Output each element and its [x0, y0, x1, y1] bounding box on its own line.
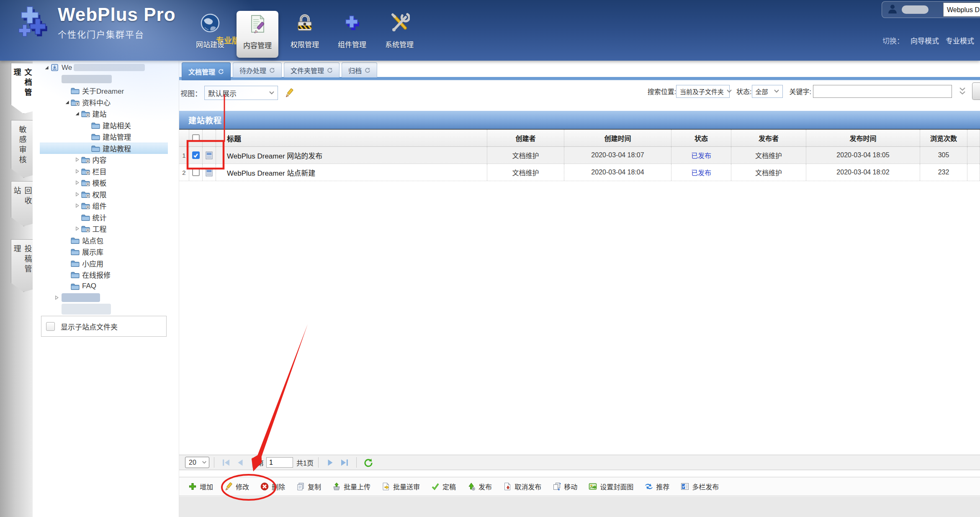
tab-refresh-icon[interactable] — [269, 67, 275, 73]
toolbar-button-取消发布[interactable]: 取消发布 — [503, 481, 541, 491]
tree-node-redacted[interactable] — [53, 292, 100, 303]
select-all-checkbox[interactable] — [192, 134, 200, 142]
document-title[interactable]: WebPlus Dreamer 站点新建 — [216, 164, 487, 181]
tree-collapsed-icon[interactable] — [74, 191, 81, 197]
keyword-input[interactable] — [813, 85, 952, 98]
toolbar-button-移动[interactable]: 移动 — [553, 481, 577, 491]
nav-item-globe[interactable]: 网站建设 — [189, 0, 231, 61]
toolbar-button-增加[interactable]: 增加 — [188, 481, 213, 491]
edit-view-pencil-icon[interactable] — [285, 88, 294, 97]
toolbar-button-批量送审[interactable]: 批量送审 — [382, 481, 420, 491]
tab-refresh-icon[interactable] — [365, 67, 370, 73]
tree-node-资料中心[interactable]: 资料中心 — [63, 97, 111, 108]
toolbar-button-删除[interactable]: 删除 — [260, 481, 285, 491]
tree-collapsed-icon[interactable] — [74, 203, 81, 209]
search-button-partial[interactable] — [972, 82, 980, 100]
first-page-button[interactable] — [221, 458, 231, 467]
tree-spacer — [84, 122, 91, 128]
page-label: 第 — [257, 458, 264, 468]
tab-文件夹管理[interactable]: 文件夹管理 — [284, 62, 340, 77]
tree-node-站点包[interactable]: 站点包 — [63, 235, 103, 246]
tree-node-建站相关[interactable]: 建站相关 — [84, 120, 131, 131]
tree-node-内容[interactable]: 内容 — [74, 154, 107, 165]
pagination-bar: 20 第 共1页 — [179, 455, 980, 470]
tree-expanded-icon[interactable] — [63, 99, 71, 105]
tree-node-建站[interactable]: 建站 — [74, 108, 107, 119]
row-status[interactable]: 已发布 — [671, 164, 731, 181]
toolbar-button-发布[interactable]: 发布 — [467, 481, 492, 491]
tree-expanded-icon[interactable] — [74, 111, 81, 117]
tab-refresh-icon[interactable] — [327, 67, 333, 73]
toolbar-button-定稿[interactable]: 定稿 — [431, 481, 456, 491]
tree-node-统计[interactable]: 统计 — [74, 212, 107, 223]
tree-collapsed-icon[interactable] — [74, 168, 81, 174]
table-row: 1WebPlus Dreamer 网站的发布文档维护2020-03-04 18:… — [179, 147, 980, 164]
tab-待办处理[interactable]: 待办处理 — [233, 62, 282, 77]
toolbar-button-设置封面图[interactable]: 设置封面图 — [589, 481, 633, 491]
folder-icon — [71, 283, 80, 290]
table-title: 建站教程 — [188, 114, 222, 125]
mode-professional[interactable]: 专业模式 — [946, 37, 974, 45]
tree-node-建站管理[interactable]: 建站管理 — [84, 131, 131, 142]
row-view-count: 232 — [920, 164, 967, 181]
tree-node-在线报修[interactable]: 在线报修 — [63, 269, 111, 280]
row-number-cell: 2 — [179, 164, 189, 181]
nav-item-lock[interactable]: 权限管理 — [284, 0, 326, 61]
folder-plus-icon — [81, 191, 90, 198]
tree-collapsed-icon[interactable] — [74, 180, 81, 186]
tab-refresh-icon[interactable] — [218, 69, 224, 74]
tree-expanded-icon[interactable] — [43, 65, 50, 71]
toolbar-button-批量上传[interactable]: 批量上传 — [332, 481, 370, 491]
module-tab-1[interactable]: 文档管理 — [11, 63, 33, 114]
tree-node-模板[interactable]: 模板 — [74, 177, 107, 188]
document-title[interactable]: WebPlus Dreamer 网站的发布 — [216, 147, 487, 164]
page-size-select[interactable]: 20 — [185, 457, 209, 468]
tree-node-建站教程[interactable]: 建站教程 — [84, 143, 131, 154]
tree-collapsed-icon[interactable] — [53, 295, 61, 301]
tree-node-redacted[interactable] — [53, 74, 112, 85]
row-status[interactable]: 已发布 — [671, 147, 731, 164]
prev-page-button[interactable] — [236, 458, 245, 467]
module-tab-3[interactable]: 回收站 — [11, 181, 33, 226]
row-checkbox[interactable] — [192, 151, 200, 159]
tree-node-组件[interactable]: 组件 — [74, 200, 107, 211]
tab-归档[interactable]: 归档 — [342, 62, 377, 77]
toolbar-button-复制[interactable]: 复制 — [296, 481, 321, 491]
nav-item-component[interactable]: 组件管理 — [331, 0, 373, 61]
tree-node-栏目[interactable]: 栏目 — [74, 166, 107, 177]
page-number-input[interactable] — [266, 457, 293, 468]
next-page-button[interactable] — [326, 458, 335, 467]
tree-spacer — [84, 134, 91, 140]
app-logo: WebPlus Pro 个性化门户集群平台 — [15, 3, 176, 43]
tree-collapsed-icon[interactable] — [74, 226, 81, 232]
tree-node-工程[interactable]: 工程 — [74, 223, 107, 234]
column-header-创建时间: 创建时间 — [564, 130, 671, 146]
nav-item-doc-edit[interactable]: 内容管理 — [237, 11, 278, 58]
expand-search-double-chevron-icon[interactable] — [957, 86, 968, 96]
status-filter-select[interactable]: 全部 — [752, 85, 783, 98]
tree-node-展示库[interactable]: 展示库 — [63, 246, 103, 257]
tab-文档管理[interactable]: 文档管理 — [182, 62, 231, 80]
tree-node-权限[interactable]: 权限 — [74, 189, 107, 200]
module-tab-4[interactable]: 投稿管理 — [11, 239, 33, 292]
last-page-button[interactable] — [340, 458, 349, 467]
row-checkbox[interactable] — [192, 169, 200, 176]
toolbar-button-修改[interactable]: 修改 — [224, 481, 249, 491]
search-location-select[interactable]: 当前及子文件夹 — [676, 85, 730, 98]
tree-node-We[interactable]: We — [43, 62, 145, 73]
tree-node-关于Dreamer[interactable]: 关于Dreamer — [63, 85, 124, 96]
tree-node-小应用[interactable]: 小应用 — [63, 258, 103, 269]
refresh-list-button[interactable] — [364, 458, 373, 467]
copy-icon — [296, 482, 305, 491]
toolbar-button-多栏发布[interactable]: 多栏发布 — [681, 481, 719, 491]
mode-wizard[interactable]: 向导模式 — [911, 37, 939, 45]
header-row-number-cell — [179, 130, 189, 146]
tree-node-FAQ[interactable]: FAQ — [63, 281, 96, 292]
module-tab-2[interactable]: 敏感审核 — [11, 120, 33, 178]
toolbar-button-推荐[interactable]: 推荐 — [645, 481, 669, 491]
tree-node-redacted[interactable] — [53, 304, 111, 315]
tree-collapsed-icon[interactable] — [74, 157, 81, 163]
show-subsite-checkbox[interactable] — [46, 322, 55, 331]
view-select[interactable]: 默认展示 — [204, 86, 278, 100]
nav-item-tools[interactable]: 系统管理 — [378, 0, 420, 61]
